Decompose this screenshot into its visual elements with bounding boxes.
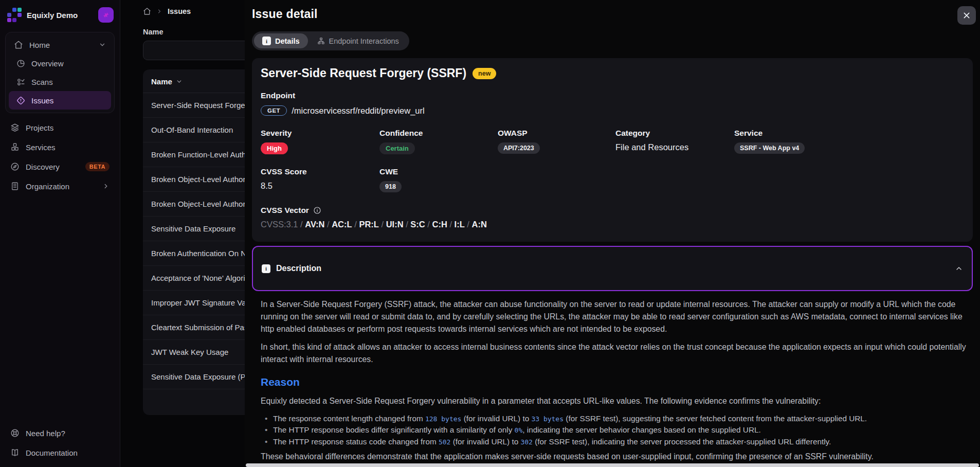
sidebar-item-label: Issues [31, 96, 53, 105]
sidebar-item-label: Overview [31, 59, 64, 68]
reason-conclusion: These behavioral differences demonstrate… [261, 451, 970, 463]
need-help-link[interactable]: Need help? [5, 424, 115, 442]
cvss-vector-value: CVSS:3.1 / AV:N / AC:L / PR:L / UI:N / S… [261, 220, 964, 229]
field-cvss-score: CVSS Score 8.5 [261, 167, 379, 192]
book-icon [10, 448, 20, 457]
tab-endpoint-interactions[interactable]: Endpoint Interactions [309, 34, 407, 48]
issue-summary-card: Server-Side Request Forgery (SSRF) new E… [252, 58, 973, 242]
sidebar-item-overview[interactable]: Overview [9, 54, 111, 73]
projects-icon [10, 123, 20, 132]
sidebar-item-label: Organization [26, 182, 69, 191]
close-icon [963, 11, 971, 20]
field-service: Service SSRF - Web App v4 [734, 129, 964, 154]
close-panel-button[interactable] [957, 6, 976, 25]
sidebar-item-label: Home [29, 41, 50, 49]
reason-heading: Reason [261, 376, 971, 388]
tab-label: Endpoint Interactions [329, 37, 399, 45]
sidebar-item-label: Services [26, 143, 56, 152]
issues-table-footer [143, 389, 245, 415]
sidebar-item-label: Discovery [26, 163, 60, 171]
chevron-down-icon [99, 41, 106, 48]
footer-item-label: Documentation [26, 448, 78, 457]
sidebar-item-discovery[interactable]: Discovery BETA [5, 157, 115, 176]
field-category: Category File and Resources [615, 129, 734, 154]
sidebar-item-label: Scans [31, 78, 53, 86]
tab-details[interactable]: i Details [254, 33, 308, 48]
home-icon [14, 40, 23, 49]
issues-table-header[interactable]: Name [143, 69, 245, 93]
breadcrumb-current: Issues [168, 7, 191, 15]
description-body: In a Server-Side Request Forgery (SSRF) … [252, 291, 973, 463]
confidence-badge: Certain [379, 142, 415, 154]
name-filter-input[interactable] [143, 41, 245, 60]
issue-row[interactable]: Broken Object-Level Author [143, 167, 245, 192]
reason-bullet: The response content length changed from… [264, 413, 971, 424]
sidebar-item-organization[interactable]: Organization [5, 177, 115, 195]
breadcrumb: Issues [143, 7, 245, 15]
field-cvss-vector: CVSS Vector CVSS:3.1 / AV:N / AC:L / PR:… [261, 206, 964, 229]
info-circle-icon[interactable] [313, 206, 321, 214]
endpoint-path: /microservicessrf/reddit/preview_url [292, 106, 425, 116]
issue-row[interactable]: Sensitive Data Exposure [143, 217, 245, 241]
column-header-name: Name [151, 77, 172, 86]
service-badge[interactable]: SSRF - Web App v4 [734, 142, 805, 154]
issue-row[interactable]: Cleartext Submission of Pas [143, 315, 245, 340]
main-nav: Projects Services Discovery BETA Organiz… [5, 118, 115, 195]
field-cwe: CWE 918 [379, 167, 498, 192]
overview-icon [16, 59, 25, 68]
brand-name: Equixly Demo [27, 11, 93, 20]
sidebar-item-services[interactable]: Services [5, 138, 115, 156]
issue-row[interactable]: Out-Of-Band Interaction [143, 118, 245, 142]
issue-row[interactable]: Improper JWT Signature Va [143, 291, 245, 315]
hierarchy-icon [317, 37, 325, 45]
breadcrumb-home-icon[interactable] [143, 7, 151, 15]
chevron-right-icon [102, 183, 110, 190]
reason-bullet: The HTTP response status code changed fr… [264, 436, 971, 447]
sidebar-item-label: Projects [26, 123, 53, 132]
description-title: Description [276, 264, 321, 273]
new-badge: new [473, 68, 496, 79]
sidebar: Equixly Demo Home Overview Scans Issues [0, 0, 120, 467]
chevron-up-icon[interactable] [955, 264, 963, 273]
sidebar-item-projects[interactable]: Projects [5, 118, 115, 137]
cvss-vector-label: CVSS Vector [261, 206, 309, 215]
description-paragraph: In a Server-Side Request Forgery (SSRF) … [261, 298, 970, 335]
description-paragraph: In short, this kind of attack allows an … [261, 341, 970, 366]
horizontal-scrollbar[interactable] [246, 463, 979, 467]
app-root: Equixly Demo Home Overview Scans Issues [0, 0, 980, 467]
organization-icon [10, 182, 20, 191]
filter-name-label: Name [143, 28, 245, 36]
discovery-icon [10, 162, 20, 171]
detail-tabs: i Details Endpoint Interactions [252, 31, 409, 50]
issue-row[interactable]: Broken Authentication On N [143, 241, 245, 266]
help-lifebuoy-icon [10, 428, 20, 438]
description-section-header[interactable]: i Description [252, 246, 973, 291]
issue-row[interactable]: Broken Object-Level Author [143, 192, 245, 217]
issue-row[interactable]: JWT Weak Key Usage [143, 340, 245, 365]
sidebar-item-home[interactable]: Home [9, 35, 111, 54]
sidebar-item-scans[interactable]: Scans [9, 73, 111, 91]
tab-label: Details [275, 37, 300, 45]
info-icon: i [262, 264, 270, 273]
chevron-right-icon [156, 8, 162, 14]
severity-badge: High [261, 142, 288, 154]
pin-sidebar-button[interactable] [98, 7, 114, 23]
issue-row[interactable]: Server-Side Request Forger [143, 93, 245, 118]
panel-title: Issue detail [252, 7, 973, 21]
documentation-link[interactable]: Documentation [5, 443, 115, 462]
equixly-logo-icon [7, 8, 22, 22]
sidebar-item-issues[interactable]: Issues [9, 91, 111, 110]
issue-row[interactable]: Acceptance of 'None' Algori [143, 266, 245, 291]
issues-icon [16, 96, 25, 105]
issue-row[interactable]: Broken Function-Level Auth [143, 142, 245, 167]
owasp-badge: API7:2023 [498, 142, 540, 154]
issue-row[interactable]: Sensitive Data Exposure (Pa [143, 365, 245, 389]
field-confidence: Confidence Certain [379, 129, 498, 154]
home-nav-group: Home Overview Scans Issues [5, 32, 115, 113]
reason-intro: Equixly detected a Server-Side Request F… [261, 395, 970, 407]
cwe-badge[interactable]: 918 [379, 181, 402, 192]
endpoint-label: Endpoint [261, 91, 964, 100]
issues-table: Name Server-Side Request ForgerOut-Of-Ba… [143, 69, 245, 415]
cvss-score-value: 8.5 [261, 181, 273, 191]
field-owasp: OWASP API7:2023 [498, 129, 615, 154]
